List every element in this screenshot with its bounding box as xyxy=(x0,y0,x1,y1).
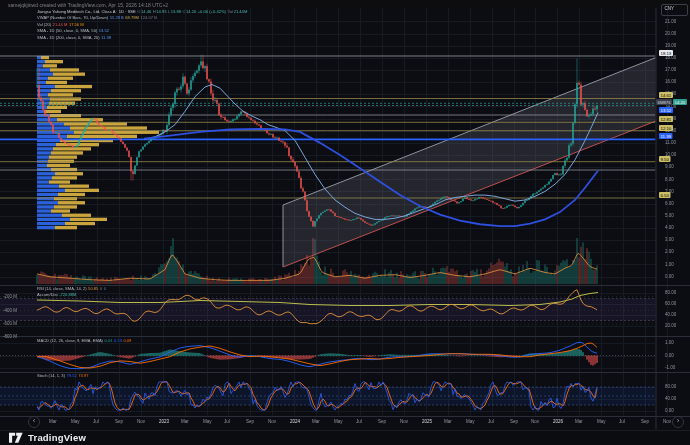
time-tick: May xyxy=(334,419,343,424)
stoch-legend-part: 79.52 xyxy=(66,373,76,378)
price-tick: 4.00 xyxy=(665,225,674,230)
chart-window: samejqkjinwd created with TradingView.co… xyxy=(0,0,690,445)
time-tick: Sep xyxy=(115,419,123,424)
scroll-right-button[interactable]: › xyxy=(672,416,684,428)
vol-legend[interactable]: Vol (20)21.44 M17.56 M xyxy=(37,22,84,27)
symbol-legend[interactable]: Jiangsu Yahong Meditech Co., Ltd. Class … xyxy=(37,9,247,14)
price-tick: 20.00 xyxy=(665,31,676,36)
indicator-tick: -1.00 xyxy=(665,365,675,370)
sma200-legend-part: 11.39 xyxy=(101,35,111,40)
currency-button[interactable]: CNY xyxy=(661,4,688,16)
macd-legend-part: 0.13 xyxy=(114,338,122,343)
accum-dist-legend-part: Accum/Dist xyxy=(37,292,58,297)
scroll-left-button[interactable]: ‹ xyxy=(28,416,40,428)
price-tick: 11.00 xyxy=(665,140,676,145)
vol-legend-part: 17.56 M xyxy=(69,22,84,27)
rsi-legend[interactable]: RSI (14, close, SMA, 14, 2)50.8500 xyxy=(37,286,106,291)
vwap-legend-part: VWAP (Number Of Bars, 70, Up/Down) xyxy=(37,15,108,20)
macd-legend-part: 0.01 xyxy=(104,338,112,343)
price-tick: 3.00 xyxy=(665,237,674,242)
symbol-legend-part: +0.06 (+0.42%) xyxy=(198,9,226,14)
sma50-legend[interactable]: SMA - 1D (50, close, 0, SMA, 50)13.52 xyxy=(37,28,109,33)
accum-dist-legend-part: -720.88M xyxy=(59,292,76,297)
vol-legend-part: Vol (20) xyxy=(37,22,51,27)
time-tick: Nov xyxy=(663,419,671,424)
accum-dist-tick: -400 M xyxy=(3,308,17,313)
time-tick: Mar xyxy=(312,419,320,424)
tradingview-logo-icon xyxy=(9,432,23,444)
price-level-label: 18.13 xyxy=(659,50,673,56)
time-tick: 2024 xyxy=(290,419,300,424)
time-tick: Jul xyxy=(619,419,625,424)
last-price-label: 14.20 xyxy=(673,99,687,105)
price-tick: 8.00 xyxy=(665,177,674,182)
price-level-label: 14.61 xyxy=(659,92,673,98)
time-tick: Jul xyxy=(488,419,494,424)
macd-legend[interactable]: MACD (12, 26, close, 9, EMA, EMA)0.010.1… xyxy=(37,338,131,343)
sma200-legend[interactable]: SMA - 1D (200, close, 0, SMA, 20)11.39 xyxy=(37,35,111,40)
time-tick: 2023 xyxy=(159,419,169,424)
rsi-legend-part: RSI (14, close, SMA, 14, 2) xyxy=(37,286,87,291)
price-level-label: 12.81 xyxy=(659,116,673,122)
price-tick: 0.00 xyxy=(665,274,674,279)
price-tick: 2.00 xyxy=(665,249,674,254)
time-tick: Jul xyxy=(93,419,99,424)
indicator-tick: 80.00 xyxy=(665,384,676,389)
price-level-label: 9.50 xyxy=(659,156,670,162)
symbol-legend-part: 14.46 xyxy=(141,9,151,14)
accum-dist-legend[interactable]: Accum/Dist-720.88M xyxy=(37,292,77,297)
tradingview-logo[interactable]: TradingView xyxy=(9,431,86,444)
price-tick: 17.00 xyxy=(665,67,676,72)
time-tick: Jul xyxy=(356,419,362,424)
price-level-label: 12.10 xyxy=(659,125,673,131)
indicator-tick: 20.00 xyxy=(665,323,676,328)
time-tick: Mar xyxy=(49,419,57,424)
sma200-legend-part: SMA - 1D (200, close, 0, SMA, 20) xyxy=(37,35,100,40)
time-tick: May xyxy=(203,419,212,424)
indicator-tick: 40.00 xyxy=(665,312,676,317)
price-tick: 16.00 xyxy=(665,79,676,84)
indicator-tick: 80.00 xyxy=(665,290,676,295)
symbol-legend-part: 14.20 xyxy=(186,9,196,14)
vwap-legend-part: 55.28 B xyxy=(110,15,124,20)
price-level-label: 6M876 xyxy=(656,99,672,105)
sma50-legend-part: SMA - 1D (50, close, 0, SMA, 50) xyxy=(37,28,97,33)
price-tick: 1.00 xyxy=(665,262,674,267)
price-tick: 9.00 xyxy=(665,164,674,169)
time-tick: Mar xyxy=(575,419,583,424)
symbol-legend-part: 14.93 xyxy=(156,9,166,14)
vol-legend-part: 21.44 M xyxy=(53,22,68,27)
stoch-legend-part: Stoch (14, 1, 3) xyxy=(37,373,65,378)
symbol-legend-part: 21.44M xyxy=(234,9,248,14)
time-tick: Nov xyxy=(268,419,276,424)
time-tick: Nov xyxy=(531,419,539,424)
symbol-legend-part: Vol xyxy=(227,9,233,14)
time-tick: May xyxy=(466,419,475,424)
chart-canvas[interactable] xyxy=(0,0,690,445)
stoch-legend[interactable]: Stoch (14, 1, 3)79.5273.97 xyxy=(37,373,88,378)
price-tick: 5.00 xyxy=(665,213,674,218)
vwap-legend[interactable]: VWAP (Number Of Bars, 70, Up/Down)55.28 … xyxy=(37,15,157,20)
time-tick: Jul xyxy=(224,419,230,424)
titlebar-text: samejqkjinwd created with TradingView.co… xyxy=(8,2,168,8)
macd-legend-part: 0.09 xyxy=(123,338,131,343)
rsi-legend-part: 50.85 xyxy=(88,286,98,291)
time-tick: 2025 xyxy=(422,419,432,424)
price-level-label: 11.39 xyxy=(659,133,672,139)
indicator-tick: 40.00 xyxy=(665,396,676,401)
price-tick: 6.00 xyxy=(665,201,674,206)
macd-legend-part: MACD (12, 26, close, 9, EMA, EMA) xyxy=(37,338,103,343)
price-level-label: 13.52 xyxy=(659,107,673,113)
symbol-legend-part: Jiangsu Yahong Meditech Co., Ltd. Class … xyxy=(37,9,136,14)
time-tick: Nov xyxy=(137,419,145,424)
indicator-tick: 0.00 xyxy=(665,353,674,358)
symbol-legend-part: 13.88 xyxy=(171,9,181,14)
indicator-tick: 60.00 xyxy=(665,301,676,306)
accum-dist-tick: -600 M xyxy=(3,321,17,326)
time-tick: Mar xyxy=(444,419,452,424)
time-tick: Sep xyxy=(510,419,518,424)
indicator-tick: 0.00 xyxy=(665,408,674,413)
time-tick: 2026 xyxy=(553,419,563,424)
price-tick: 21.00 xyxy=(665,19,676,24)
price-level-label: 6.50 xyxy=(659,192,670,198)
